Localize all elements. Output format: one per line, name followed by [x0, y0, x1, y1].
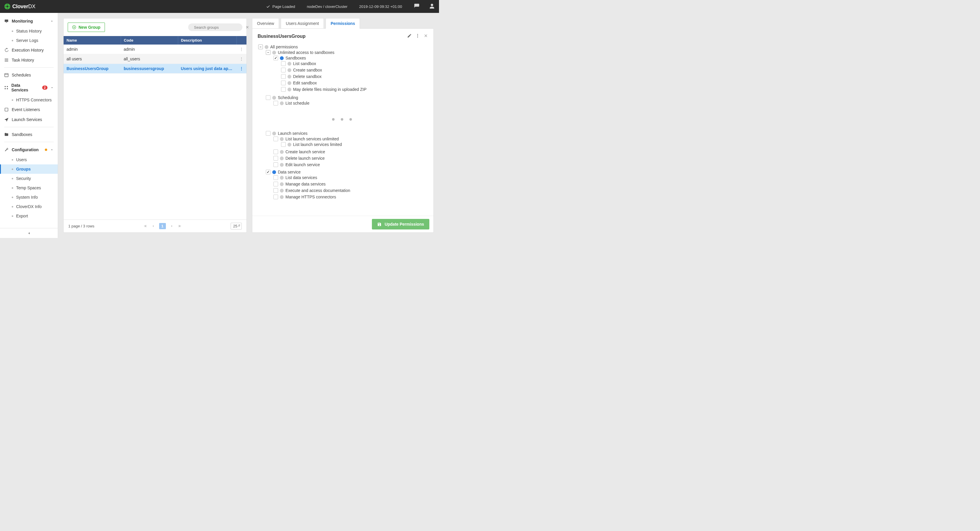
checkbox[interactable]	[266, 131, 270, 136]
sidebar-item-task-history[interactable]: Task History	[0, 55, 58, 65]
col-name[interactable]: Name	[64, 36, 121, 45]
chevron-up-icon	[50, 86, 54, 89]
checkbox[interactable]	[274, 56, 278, 60]
more-icon[interactable]	[415, 33, 420, 39]
tab-overview[interactable]: Overview	[252, 18, 279, 29]
sidebar-group-data-services[interactable]: Data Services 2	[0, 80, 58, 95]
sidebar-collapse[interactable]	[0, 228, 58, 238]
sidebar-item-groups[interactable]: Groups	[0, 164, 58, 174]
current-page[interactable]: 1	[159, 223, 166, 229]
checkbox[interactable]	[281, 61, 286, 66]
timestamp: 2019-12-09 09:32 +01:00	[359, 5, 402, 9]
search-input[interactable]	[194, 25, 243, 30]
sidebar-item-https-connectors[interactable]: HTTPS Connectors	[0, 95, 58, 105]
checkbox[interactable]	[281, 74, 286, 79]
logo[interactable]: CloverDX	[4, 3, 35, 10]
logo-icon	[4, 3, 11, 10]
first-page-icon[interactable]	[143, 224, 147, 228]
perm-label: May delete files missing in uploaded ZIP	[293, 87, 367, 92]
monitor-icon	[4, 19, 9, 24]
checkbox[interactable]	[281, 87, 286, 92]
checkbox[interactable]	[274, 162, 278, 167]
checkbox[interactable]	[274, 101, 278, 105]
row-menu-icon[interactable]: ⋮	[237, 64, 247, 73]
checkbox[interactable]	[274, 195, 278, 199]
tab-users-assignment[interactable]: Users Assignment	[281, 18, 324, 29]
last-page-icon[interactable]	[178, 224, 182, 228]
checkbox[interactable]	[274, 137, 278, 141]
sidebar-group-monitoring[interactable]: Monitoring	[0, 16, 58, 26]
sidebar-item-users[interactable]: Users	[0, 155, 58, 164]
checkbox[interactable]	[266, 170, 270, 174]
sidebar: Monitoring Status History Server Logs Ex…	[0, 13, 58, 238]
new-group-button[interactable]: New Group	[68, 22, 105, 32]
checkbox[interactable]	[281, 142, 286, 147]
groups-panel: New Group ✕ Name Code	[63, 18, 247, 233]
tree-toggle[interactable]: −	[258, 45, 263, 49]
save-icon	[377, 222, 382, 227]
tab-permissions[interactable]: Permissions	[326, 18, 360, 29]
sidebar-item-execution-history[interactable]: Execution History	[0, 45, 58, 55]
sidebar-item-export[interactable]: Export	[0, 211, 58, 221]
sidebar-item-temp-spaces[interactable]: Temp Spaces	[0, 183, 58, 192]
perm-label: Sandboxes	[285, 56, 306, 60]
perm-label: Edit sandbox	[293, 81, 317, 85]
checkbox[interactable]	[274, 175, 278, 180]
clear-search-icon[interactable]: ✕	[246, 25, 249, 30]
edit-icon[interactable]	[407, 33, 412, 39]
node-label: nodeDev / cloverCluster	[307, 5, 348, 9]
sidebar-group-configuration[interactable]: Configuration	[0, 145, 58, 155]
sidebar-item-launch-services[interactable]: Launch Services	[0, 114, 58, 124]
col-desc[interactable]: Description	[178, 36, 237, 45]
table-row[interactable]: admin admin ⋮	[64, 45, 247, 54]
table-row[interactable]: BusinessUsersGroup businessusersgroup Us…	[64, 64, 247, 73]
perm-label: Delete launch service	[285, 156, 325, 161]
update-permissions-button[interactable]: Update Permissions	[372, 219, 430, 229]
perm-label: Create launch service	[285, 149, 325, 154]
svg-point-5	[5, 86, 6, 87]
chat-icon[interactable]	[414, 3, 420, 10]
close-icon[interactable]	[423, 33, 428, 39]
sidebar-item-status-history[interactable]: Status History	[0, 26, 58, 36]
sidebar-item-schedules[interactable]: Schedules	[0, 70, 58, 80]
status-icon	[280, 102, 284, 105]
checkbox[interactable]	[274, 156, 278, 161]
checkbox[interactable]	[274, 149, 278, 154]
next-page-icon[interactable]	[170, 224, 174, 228]
sidebar-item-server-logs[interactable]: Server Logs	[0, 36, 58, 45]
sidebar-item-sandboxes[interactable]: Sandboxes	[0, 130, 58, 140]
table-row[interactable]: all users all_users ⋮	[64, 54, 247, 64]
status-icon	[288, 81, 291, 85]
chevron-left-icon	[27, 231, 31, 235]
badge-config-dot	[45, 149, 47, 151]
user-icon[interactable]	[429, 3, 435, 10]
checkbox[interactable]	[274, 188, 278, 193]
prev-page-icon[interactable]	[151, 224, 155, 228]
row-menu-icon[interactable]: ⋮	[237, 45, 247, 54]
perm-label: List launch services limited	[293, 142, 342, 147]
sidebar-item-system-info[interactable]: System Info	[0, 192, 58, 202]
perm-label: Data service	[278, 170, 301, 174]
calendar-icon	[4, 73, 9, 77]
checkbox[interactable]	[281, 68, 286, 72]
checkbox[interactable]	[281, 81, 286, 85]
event-icon	[4, 107, 9, 112]
checkbox[interactable]	[274, 182, 278, 186]
sidebar-item-cloverdx-info[interactable]: CloverDX Info	[0, 202, 58, 211]
status-icon	[288, 75, 291, 78]
perm-label: List sandbox	[293, 61, 316, 66]
search-groups[interactable]: ✕	[188, 24, 242, 31]
col-code[interactable]: Code	[121, 36, 178, 45]
perm-label: Manage HTTPS connectors	[285, 195, 336, 199]
badge-data-services-count: 2	[42, 86, 48, 90]
sidebar-item-event-listeners[interactable]: Event Listeners	[0, 105, 58, 114]
tree-toggle[interactable]: −	[266, 50, 270, 55]
status-icon	[280, 189, 284, 192]
svg-rect-2	[5, 20, 8, 22]
checkbox[interactable]	[266, 95, 270, 100]
page-size-selector[interactable]: 25	[231, 223, 242, 229]
status-icon	[288, 87, 291, 91]
perm-label: Scheduling	[278, 95, 298, 100]
sidebar-item-security[interactable]: Security	[0, 174, 58, 183]
row-menu-icon[interactable]: ⋮	[237, 54, 247, 64]
